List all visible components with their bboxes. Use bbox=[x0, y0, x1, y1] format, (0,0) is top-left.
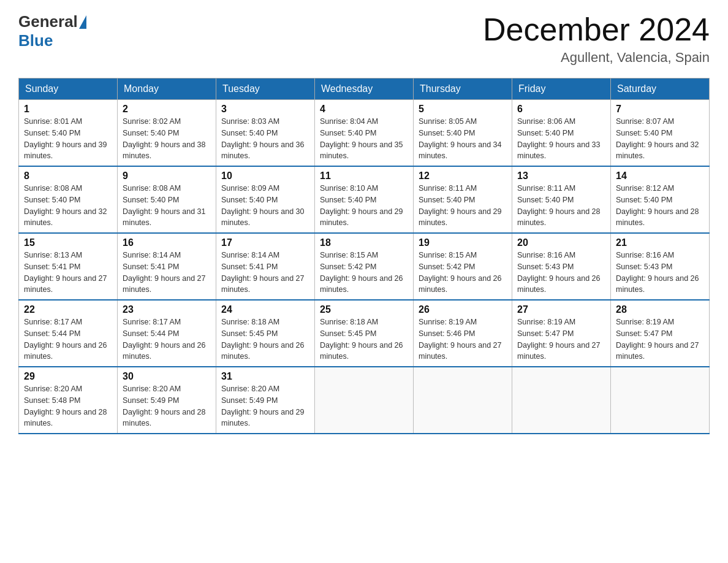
day-number: 30 bbox=[123, 371, 211, 382]
day-info: Sunrise: 8:02 AMSunset: 5:40 PMDaylight:… bbox=[123, 117, 206, 160]
calendar-table: Sunday Monday Tuesday Wednesday Thursday… bbox=[18, 78, 710, 434]
logo-triangle-icon bbox=[79, 15, 86, 29]
day-number: 5 bbox=[419, 104, 507, 115]
day-info: Sunrise: 8:19 AMSunset: 5:47 PMDaylight:… bbox=[616, 318, 699, 361]
table-row: 7 Sunrise: 8:07 AMSunset: 5:40 PMDayligh… bbox=[611, 100, 710, 167]
table-row: 17 Sunrise: 8:14 AMSunset: 5:41 PMDaylig… bbox=[216, 233, 315, 300]
table-row: 4 Sunrise: 8:04 AMSunset: 5:40 PMDayligh… bbox=[315, 100, 414, 167]
calendar-week-row: 1 Sunrise: 8:01 AMSunset: 5:40 PMDayligh… bbox=[19, 100, 710, 167]
day-info: Sunrise: 8:15 AMSunset: 5:42 PMDaylight:… bbox=[320, 251, 403, 294]
day-info: Sunrise: 8:06 AMSunset: 5:40 PMDaylight:… bbox=[517, 117, 601, 160]
day-info: Sunrise: 8:11 AMSunset: 5:40 PMDaylight:… bbox=[517, 184, 601, 227]
day-info: Sunrise: 8:18 AMSunset: 5:45 PMDaylight:… bbox=[221, 318, 305, 361]
logo: General Blue bbox=[18, 12, 88, 50]
day-number: 16 bbox=[123, 237, 211, 248]
day-info: Sunrise: 8:11 AMSunset: 5:40 PMDaylight:… bbox=[419, 184, 502, 227]
day-number: 19 bbox=[419, 237, 507, 248]
calendar-week-row: 15 Sunrise: 8:13 AMSunset: 5:41 PMDaylig… bbox=[19, 233, 710, 300]
day-number: 9 bbox=[123, 170, 211, 182]
day-info: Sunrise: 8:03 AMSunset: 5:40 PMDaylight:… bbox=[221, 117, 305, 160]
table-row: 30 Sunrise: 8:20 AMSunset: 5:49 PMDaylig… bbox=[118, 367, 216, 434]
day-number: 6 bbox=[517, 104, 605, 115]
table-row: 5 Sunrise: 8:05 AMSunset: 5:40 PMDayligh… bbox=[414, 100, 512, 167]
day-number: 11 bbox=[320, 170, 408, 182]
day-info: Sunrise: 8:17 AMSunset: 5:44 PMDaylight:… bbox=[123, 318, 206, 361]
day-info: Sunrise: 8:12 AMSunset: 5:40 PMDaylight:… bbox=[616, 184, 699, 227]
day-info: Sunrise: 8:08 AMSunset: 5:40 PMDaylight:… bbox=[123, 184, 206, 227]
day-number: 25 bbox=[320, 304, 408, 315]
table-row: 24 Sunrise: 8:18 AMSunset: 5:45 PMDaylig… bbox=[216, 300, 315, 367]
table-row: 13 Sunrise: 8:11 AMSunset: 5:40 PMDaylig… bbox=[512, 166, 611, 233]
day-number: 14 bbox=[616, 170, 704, 182]
table-row: 31 Sunrise: 8:20 AMSunset: 5:49 PMDaylig… bbox=[216, 367, 315, 434]
calendar-week-row: 22 Sunrise: 8:17 AMSunset: 5:44 PMDaylig… bbox=[19, 300, 710, 367]
table-row: 20 Sunrise: 8:16 AMSunset: 5:43 PMDaylig… bbox=[512, 233, 611, 300]
day-info: Sunrise: 8:10 AMSunset: 5:40 PMDaylight:… bbox=[320, 184, 403, 227]
calendar-week-row: 29 Sunrise: 8:20 AMSunset: 5:48 PMDaylig… bbox=[19, 367, 710, 434]
table-row: 26 Sunrise: 8:19 AMSunset: 5:46 PMDaylig… bbox=[414, 300, 512, 367]
day-number: 2 bbox=[123, 104, 211, 115]
col-tuesday: Tuesday bbox=[216, 79, 315, 100]
day-number: 18 bbox=[320, 237, 408, 248]
day-info: Sunrise: 8:14 AMSunset: 5:41 PMDaylight:… bbox=[123, 251, 206, 294]
col-sunday: Sunday bbox=[19, 79, 118, 100]
day-number: 28 bbox=[616, 304, 704, 315]
table-row: 3 Sunrise: 8:03 AMSunset: 5:40 PMDayligh… bbox=[216, 100, 315, 167]
table-row bbox=[611, 367, 710, 434]
day-number: 31 bbox=[221, 371, 309, 382]
day-number: 20 bbox=[517, 237, 605, 248]
day-info: Sunrise: 8:05 AMSunset: 5:40 PMDaylight:… bbox=[419, 117, 502, 160]
day-info: Sunrise: 8:04 AMSunset: 5:40 PMDaylight:… bbox=[320, 117, 403, 160]
table-row: 16 Sunrise: 8:14 AMSunset: 5:41 PMDaylig… bbox=[118, 233, 216, 300]
day-info: Sunrise: 8:08 AMSunset: 5:40 PMDaylight:… bbox=[24, 184, 107, 227]
day-number: 4 bbox=[320, 104, 408, 115]
day-number: 27 bbox=[517, 304, 605, 315]
day-number: 3 bbox=[221, 104, 309, 115]
table-row: 29 Sunrise: 8:20 AMSunset: 5:48 PMDaylig… bbox=[19, 367, 118, 434]
table-row: 1 Sunrise: 8:01 AMSunset: 5:40 PMDayligh… bbox=[19, 100, 118, 167]
table-row: 18 Sunrise: 8:15 AMSunset: 5:42 PMDaylig… bbox=[315, 233, 414, 300]
col-saturday: Saturday bbox=[611, 79, 710, 100]
day-info: Sunrise: 8:19 AMSunset: 5:47 PMDaylight:… bbox=[517, 318, 601, 361]
day-info: Sunrise: 8:18 AMSunset: 5:45 PMDaylight:… bbox=[320, 318, 403, 361]
day-number: 23 bbox=[123, 304, 211, 315]
table-row: 23 Sunrise: 8:17 AMSunset: 5:44 PMDaylig… bbox=[118, 300, 216, 367]
col-monday: Monday bbox=[118, 79, 216, 100]
day-info: Sunrise: 8:09 AMSunset: 5:40 PMDaylight:… bbox=[221, 184, 305, 227]
page-header: General Blue December 2024 Agullent, Val… bbox=[18, 12, 710, 66]
col-thursday: Thursday bbox=[414, 79, 512, 100]
col-wednesday: Wednesday bbox=[315, 79, 414, 100]
day-number: 1 bbox=[24, 104, 112, 115]
table-row: 22 Sunrise: 8:17 AMSunset: 5:44 PMDaylig… bbox=[19, 300, 118, 367]
table-row: 15 Sunrise: 8:13 AMSunset: 5:41 PMDaylig… bbox=[19, 233, 118, 300]
col-friday: Friday bbox=[512, 79, 611, 100]
month-title: December 2024 bbox=[483, 12, 710, 47]
logo-blue-text: Blue bbox=[18, 31, 53, 50]
day-info: Sunrise: 8:20 AMSunset: 5:48 PMDaylight:… bbox=[24, 385, 107, 427]
day-info: Sunrise: 8:20 AMSunset: 5:49 PMDaylight:… bbox=[123, 385, 206, 427]
calendar-header-row: Sunday Monday Tuesday Wednesday Thursday… bbox=[19, 79, 710, 100]
day-info: Sunrise: 8:01 AMSunset: 5:40 PMDaylight:… bbox=[24, 117, 107, 160]
day-info: Sunrise: 8:16 AMSunset: 5:43 PMDaylight:… bbox=[517, 251, 601, 294]
table-row: 10 Sunrise: 8:09 AMSunset: 5:40 PMDaylig… bbox=[216, 166, 315, 233]
day-number: 7 bbox=[616, 104, 704, 115]
day-info: Sunrise: 8:20 AMSunset: 5:49 PMDaylight:… bbox=[221, 385, 305, 427]
day-number: 13 bbox=[517, 170, 605, 182]
day-number: 15 bbox=[24, 237, 112, 248]
day-number: 26 bbox=[419, 304, 507, 315]
table-row: 21 Sunrise: 8:16 AMSunset: 5:43 PMDaylig… bbox=[611, 233, 710, 300]
table-row: 6 Sunrise: 8:06 AMSunset: 5:40 PMDayligh… bbox=[512, 100, 611, 167]
calendar-week-row: 8 Sunrise: 8:08 AMSunset: 5:40 PMDayligh… bbox=[19, 166, 710, 233]
day-number: 17 bbox=[221, 237, 309, 248]
day-info: Sunrise: 8:15 AMSunset: 5:42 PMDaylight:… bbox=[419, 251, 502, 294]
table-row: 28 Sunrise: 8:19 AMSunset: 5:47 PMDaylig… bbox=[611, 300, 710, 367]
table-row bbox=[414, 367, 512, 434]
day-info: Sunrise: 8:19 AMSunset: 5:46 PMDaylight:… bbox=[419, 318, 502, 361]
table-row: 19 Sunrise: 8:15 AMSunset: 5:42 PMDaylig… bbox=[414, 233, 512, 300]
table-row: 25 Sunrise: 8:18 AMSunset: 5:45 PMDaylig… bbox=[315, 300, 414, 367]
title-block: December 2024 Agullent, Valencia, Spain bbox=[483, 12, 710, 66]
day-number: 21 bbox=[616, 237, 704, 248]
day-info: Sunrise: 8:07 AMSunset: 5:40 PMDaylight:… bbox=[616, 117, 699, 160]
table-row: 14 Sunrise: 8:12 AMSunset: 5:40 PMDaylig… bbox=[611, 166, 710, 233]
day-number: 22 bbox=[24, 304, 112, 315]
